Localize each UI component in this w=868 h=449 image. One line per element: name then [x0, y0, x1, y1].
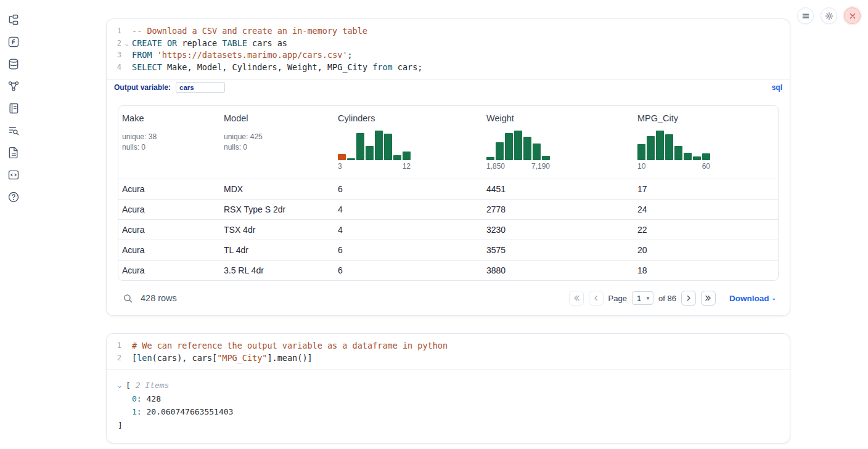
- histogram-bar[interactable]: [375, 131, 383, 160]
- histogram-bar[interactable]: [393, 155, 401, 160]
- histogram-axis: 1060: [637, 162, 710, 171]
- close-button[interactable]: [844, 7, 861, 24]
- table-header-row: Makeunique: 38nulls: 0Modelunique: 425nu…: [118, 106, 778, 179]
- histogram-bar[interactable]: [542, 156, 550, 160]
- chevron-down-icon: ⌄: [771, 295, 776, 301]
- table-cell: Acura: [118, 204, 220, 214]
- column-name: MPG_City: [637, 113, 778, 123]
- database-icon[interactable]: [7, 57, 20, 71]
- document-icon[interactable]: [7, 146, 20, 160]
- code-line[interactable]: 2[len(cars), cars["MPG_City"].mean()]: [107, 352, 790, 365]
- fold-icon[interactable]: ⌄: [121, 38, 132, 50]
- table-cell: 3575: [483, 245, 634, 255]
- histogram-bar[interactable]: [647, 136, 655, 160]
- fold-spacer: [121, 352, 132, 365]
- histogram-bar[interactable]: [693, 156, 701, 160]
- table-cell: TL 4dr: [220, 245, 334, 255]
- column-header-Cylinders[interactable]: Cylinders312: [334, 113, 483, 171]
- histogram-bar[interactable]: [656, 131, 664, 160]
- file-tree-icon[interactable]: [7, 13, 20, 26]
- histogram-bar[interactable]: [523, 137, 531, 160]
- code-line[interactable]: 1-- Download a CSV and create an in-memo…: [107, 25, 790, 38]
- dependency-graph-icon[interactable]: [7, 79, 20, 93]
- line-number: 2: [107, 352, 121, 365]
- list-search-icon[interactable]: [7, 124, 20, 137]
- column-header-Make[interactable]: Makeunique: 38nulls: 0: [118, 113, 220, 152]
- column-header-Weight[interactable]: Weight1,8507,190: [483, 113, 634, 171]
- help-icon[interactable]: [7, 190, 20, 204]
- code-line[interactable]: 3FROM 'https://datasets.marimo.app/cars.…: [107, 49, 790, 62]
- histogram-bar[interactable]: [338, 154, 346, 160]
- last-page-button[interactable]: [701, 291, 716, 305]
- notebook: 1-- Download a CSV and create an in-memo…: [106, 18, 790, 443]
- histogram-bar[interactable]: [684, 153, 692, 160]
- histogram-bar[interactable]: [486, 157, 494, 160]
- table-cell: 4: [334, 225, 483, 235]
- histogram-bar[interactable]: [514, 131, 522, 160]
- table-cell: 24: [634, 204, 778, 214]
- next-page-button[interactable]: [681, 291, 696, 305]
- table-row[interactable]: AcuraMDX6445117: [118, 179, 778, 199]
- histogram-bar[interactable]: [403, 152, 411, 160]
- snippets-icon[interactable]: [7, 168, 20, 182]
- page-select-value: 1: [637, 294, 641, 303]
- python-output: ⌄[ 2 Items0: 4281: 20.060747663551403]: [107, 370, 790, 443]
- code-text: [len(cars), cars["MPG_City"].mean()]: [132, 352, 790, 365]
- menu-button[interactable]: [797, 7, 814, 24]
- page-label: Page: [608, 294, 627, 303]
- notebook-icon[interactable]: [7, 102, 20, 115]
- line-number: 2: [107, 38, 121, 50]
- histogram-bar[interactable]: [496, 142, 504, 160]
- histogram-bar[interactable]: [366, 146, 374, 160]
- sql-cell: 1-- Download a CSV and create an in-memo…: [106, 18, 790, 316]
- settings-button[interactable]: [821, 7, 837, 24]
- table-row[interactable]: Acura3.5 RL 4dr6388018: [118, 260, 778, 280]
- table-cell: Acura: [118, 265, 220, 275]
- language-badge[interactable]: sql: [772, 83, 782, 92]
- column-name: Cylinders: [338, 113, 483, 123]
- line-number: 1: [107, 25, 121, 38]
- histogram-bar[interactable]: [505, 133, 513, 160]
- first-page-button[interactable]: [569, 291, 584, 305]
- histogram-bar[interactable]: [533, 144, 541, 160]
- histogram-axis: 312: [338, 162, 411, 171]
- python-code-editor[interactable]: 1# We can reference the output variable …: [107, 334, 790, 370]
- histogram-bar[interactable]: [702, 153, 710, 160]
- topbar: [797, 7, 861, 24]
- table-row[interactable]: AcuraTSX 4dr4323022: [118, 219, 778, 240]
- line-number: 1: [107, 340, 121, 352]
- table-cell: 3880: [483, 265, 634, 275]
- row-count: 428 rows: [141, 293, 177, 303]
- column-histogram: 1060: [637, 129, 710, 171]
- histogram-bar[interactable]: [665, 134, 673, 160]
- prev-page-button[interactable]: [589, 291, 604, 305]
- output-variable-label: Output variable:: [114, 83, 171, 92]
- table-cell: 6: [334, 245, 483, 255]
- histogram-bar[interactable]: [347, 158, 355, 160]
- search-icon[interactable]: [123, 293, 133, 304]
- function-icon[interactable]: [7, 35, 20, 49]
- table-cell: RSX Type S 2dr: [220, 204, 334, 214]
- table-row[interactable]: AcuraRSX Type S 2dr4277824: [118, 199, 778, 219]
- table-cell: 6: [334, 184, 483, 194]
- code-line[interactable]: 2⌄CREATE OR replace TABLE cars as: [107, 38, 790, 50]
- page-select[interactable]: 1 ▼: [632, 291, 653, 305]
- histogram-bar[interactable]: [384, 134, 392, 160]
- table-row[interactable]: AcuraTL 4dr6357520: [118, 240, 778, 260]
- line-number: 3: [107, 49, 121, 62]
- column-header-MPG_City[interactable]: MPG_City1060: [634, 113, 778, 171]
- code-text: SELECT Make, Model, Cylinders, Weight, M…: [132, 62, 790, 74]
- table-cell: MDX: [220, 184, 334, 194]
- histogram-bar[interactable]: [637, 144, 645, 160]
- output-variable-input[interactable]: [176, 82, 225, 93]
- download-button[interactable]: Download ⌄: [729, 294, 776, 303]
- code-line[interactable]: 1# We can reference the output variable …: [107, 340, 790, 352]
- code-line[interactable]: 4SELECT Make, Model, Cylinders, Weight, …: [107, 62, 790, 74]
- sql-code-editor[interactable]: 1-- Download a CSV and create an in-memo…: [107, 19, 790, 79]
- fold-icon[interactable]: ⌄: [118, 379, 126, 392]
- histogram-bar[interactable]: [674, 146, 682, 160]
- fold-spacer: [121, 62, 132, 74]
- column-header-Model[interactable]: Modelunique: 425nulls: 0: [220, 113, 334, 152]
- table-cell: Acura: [118, 225, 220, 235]
- histogram-bar[interactable]: [356, 133, 364, 160]
